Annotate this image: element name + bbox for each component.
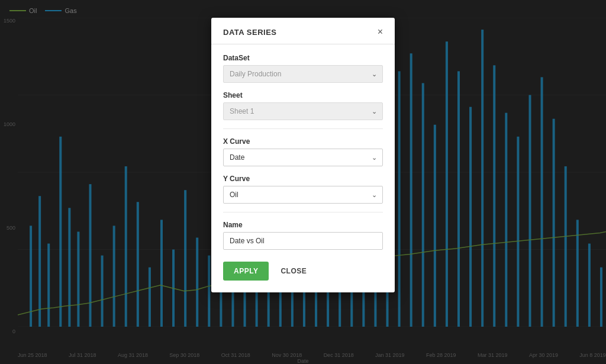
dataset-select-wrapper[interactable]: Daily Production ⌄ <box>223 65 383 83</box>
dataset-label: DataSet <box>223 54 383 62</box>
dataset-group: DataSet Daily Production ⌄ <box>223 54 383 83</box>
modal-title: DATA SERIES <box>223 28 277 37</box>
close-button[interactable]: CLOSE <box>275 262 312 281</box>
xcurve-group: X Curve Date Oil Gas ⌄ <box>223 137 383 166</box>
sheet-select: Sheet 1 <box>223 102 383 120</box>
name-group: Name <box>223 221 383 250</box>
dataset-select: Daily Production <box>223 65 383 83</box>
ycurve-label: Y Curve <box>223 175 383 183</box>
ycurve-select-wrapper[interactable]: Oil Gas Date ⌄ <box>223 186 383 204</box>
sheet-select-wrapper[interactable]: Sheet 1 ⌄ <box>223 102 383 120</box>
separator <box>223 128 383 129</box>
xcurve-select-wrapper[interactable]: Date Oil Gas ⌄ <box>223 149 383 166</box>
separator-2 <box>223 212 383 212</box>
apply-button[interactable]: APPLY <box>223 262 269 281</box>
xcurve-label: X Curve <box>223 137 383 146</box>
modal-close-x-button[interactable]: × <box>378 27 383 37</box>
xcurve-select[interactable]: Date Oil Gas <box>223 149 383 166</box>
sheet-group: Sheet Sheet 1 ⌄ <box>223 91 383 120</box>
modal-body: DataSet Daily Production ⌄ Sheet Sheet 1… <box>211 44 395 292</box>
ycurve-select[interactable]: Oil Gas Date <box>223 186 383 204</box>
ycurve-group: Y Curve Oil Gas Date ⌄ <box>223 175 383 204</box>
name-label: Name <box>223 221 383 229</box>
name-input[interactable] <box>223 232 383 250</box>
sheet-label: Sheet <box>223 91 383 99</box>
modal-footer: APPLY CLOSE <box>223 258 383 281</box>
modal-overlay: DATA SERIES × DataSet Daily Production ⌄… <box>0 0 606 364</box>
modal-header: DATA SERIES × <box>211 18 395 44</box>
data-series-modal: DATA SERIES × DataSet Daily Production ⌄… <box>211 18 395 292</box>
